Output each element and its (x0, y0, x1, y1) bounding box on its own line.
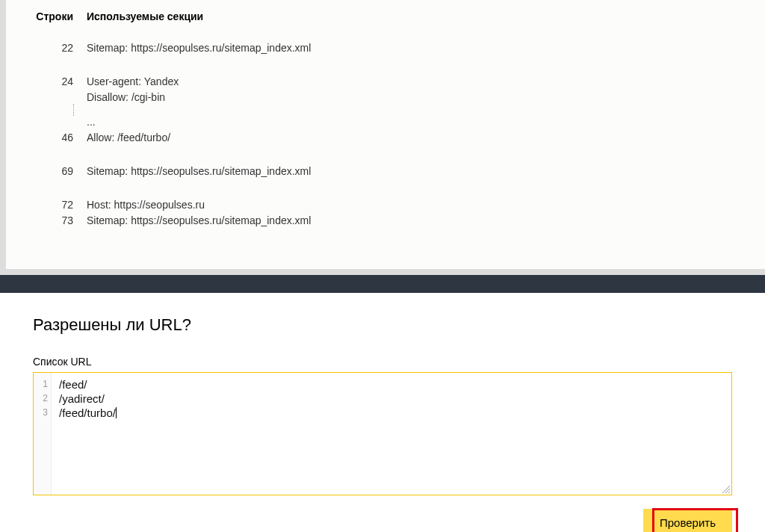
line-text: Disallow: /cgi-bin (87, 90, 765, 105)
url-editor-gutter: 123 (34, 373, 52, 495)
url-check-panel: Разрешены ли URL? Список URL 123 /feed//… (0, 293, 765, 532)
check-button[interactable]: Проверить (643, 509, 732, 532)
gutter-ln: 2 (34, 392, 48, 406)
robots-row: 69Sitemap: https://seopulses.ru/sitemap_… (6, 164, 765, 179)
robots-sections-panel: Строки Используемые секции 22Sitemap: ht… (0, 0, 765, 275)
column-header-lines: Строки (6, 10, 87, 22)
line-text: Host: https://seopulses.ru (87, 197, 765, 213)
line-number (6, 90, 87, 105)
line-text: Sitemap: https://seopulses.ru/sitemap_in… (87, 213, 765, 229)
gutter-ln: 3 (34, 406, 48, 420)
url-list-label: Список URL (33, 356, 732, 368)
separator-strip (0, 275, 765, 293)
robots-row: Disallow: /cgi-bin (6, 90, 765, 105)
resize-handle-icon[interactable] (722, 486, 730, 493)
line-number: 24 (6, 74, 87, 90)
url-editor[interactable]: 123 /feed//yadirect//feed/turbo/ (33, 372, 732, 495)
robots-row: 72Host: https://seopulses.ru (6, 197, 765, 213)
url-check-heading: Разрешены ли URL? (33, 315, 732, 335)
line-number: 22 (6, 40, 87, 56)
line-text: Sitemap: https://seopulses.ru/sitemap_in… (87, 40, 765, 56)
text-caret (116, 407, 117, 418)
robots-row: 24User-agent: Yandex (6, 74, 765, 90)
url-line: /feed/turbo/ (59, 406, 725, 420)
robots-row: ... (6, 114, 765, 130)
robots-row: 73Sitemap: https://seopulses.ru/sitemap_… (6, 213, 765, 229)
robots-row: 22Sitemap: https://seopulses.ru/sitemap_… (6, 40, 765, 56)
url-line: /yadirect/ (59, 392, 725, 406)
column-header-content: Используемые секции (87, 10, 765, 22)
line-text: User-agent: Yandex (87, 74, 765, 90)
line-number: 46 (6, 130, 87, 146)
line-number: 73 (6, 213, 87, 229)
line-number: 69 (6, 164, 87, 179)
gutter-ln: 1 (34, 377, 48, 392)
line-text: Allow: /feed/turbo/ (87, 130, 765, 146)
robots-rows: 22Sitemap: https://seopulses.ru/sitemap_… (6, 40, 765, 229)
line-text: Sitemap: https://seopulses.ru/sitemap_in… (87, 164, 765, 179)
url-line: /feed/ (59, 377, 725, 392)
url-editor-content[interactable]: /feed//yadirect//feed/turbo/ (52, 373, 731, 495)
robots-row: 46Allow: /feed/turbo/ (6, 130, 765, 146)
line-number: 72 (6, 197, 87, 213)
